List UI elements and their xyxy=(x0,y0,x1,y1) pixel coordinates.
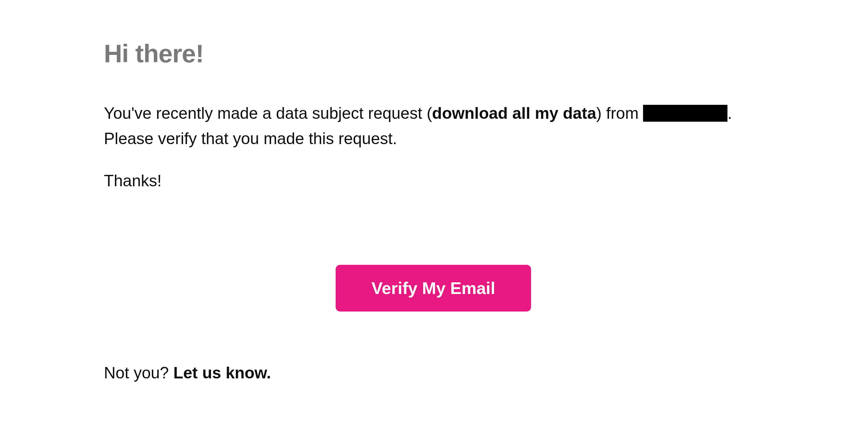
email-content: Hi there! You've recently made a data su… xyxy=(104,39,769,382)
verify-email-button[interactable]: Verify My Email xyxy=(336,265,531,311)
not-you-line: Not you? Let us know. xyxy=(104,363,769,382)
thanks-text: Thanks! xyxy=(104,171,769,190)
cta-row: Verify My Email xyxy=(104,265,763,311)
redacted-source xyxy=(643,105,727,122)
request-type-text: download all my data xyxy=(432,104,596,122)
greeting-heading: Hi there! xyxy=(104,39,769,68)
not-you-text: Not you? xyxy=(104,364,173,382)
intro-text: You've recently made a data subject requ… xyxy=(104,104,432,122)
request-description: You've recently made a data subject requ… xyxy=(104,101,769,151)
let-us-know-link[interactable]: Let us know. xyxy=(173,364,271,382)
after-type-text: ) from xyxy=(596,104,643,122)
